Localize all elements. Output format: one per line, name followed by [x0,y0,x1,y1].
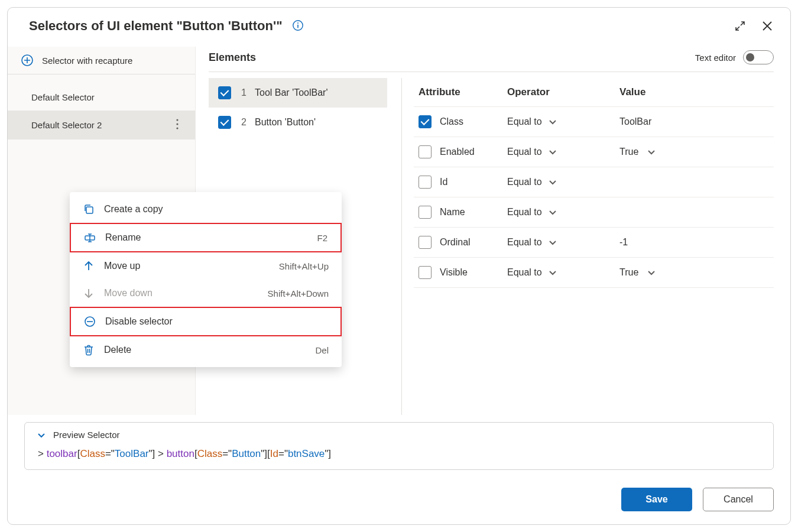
selector-item[interactable]: Default Selector 2 [8,111,195,140]
menu-move-up[interactable]: Move up Shift+Alt+Up [70,252,342,280]
menu-shortcut: Del [315,345,329,355]
attribute-value: -1 [619,237,628,248]
attribute-checkbox[interactable] [419,236,432,249]
operator-value: Equal to [507,207,542,218]
add-selector-button[interactable]: Selector with recapture [8,47,195,74]
text-editor-toggle[interactable] [743,50,774,64]
operator-value: Equal to [507,147,542,157]
element-index: 1 [239,87,246,98]
element-label: Tool Bar 'ToolBar' [255,87,328,98]
svg-rect-7 [86,207,93,213]
operator-value: Equal to [507,177,542,187]
selector-item[interactable]: Default Selector [8,84,195,111]
menu-create-copy[interactable]: Create a copy [70,196,342,223]
menu-delete[interactable]: Delete Del [70,336,342,364]
info-icon[interactable] [292,20,304,33]
attribute-checkbox[interactable] [419,176,432,189]
col-attribute: Attribute [419,86,501,98]
svg-point-4 [176,119,178,121]
attribute-name: Id [440,177,447,187]
operator-value: Equal to [507,267,542,278]
operator-select[interactable]: Equal to [507,267,614,278]
attribute-name: Enabled [440,147,475,157]
dialog-footer: Save Cancel [8,477,790,524]
element-checkbox[interactable] [218,116,231,129]
attribute-row: VisibleEqual toTrue [414,258,774,288]
attribute-row: ClassEqual toToolBar [414,107,774,137]
selector-item-label: Default Selector 2 [31,120,102,130]
close-icon[interactable] [762,21,773,31]
attribute-value-cell[interactable]: -1 [619,237,769,248]
element-row[interactable]: 1 Tool Bar 'ToolBar' [209,78,387,108]
cancel-button[interactable]: Cancel [703,488,774,511]
attribute-value-cell[interactable]: True [619,267,769,278]
selector-builder-dialog: Selectors of UI element "Button 'Button'… [7,7,791,525]
attribute-value: True [619,147,638,157]
menu-label: Delete [104,345,306,355]
svg-point-6 [176,127,178,129]
selector-item-label: Default Selector [31,92,95,102]
menu-label: Create a copy [104,204,329,215]
operator-select[interactable]: Equal to [507,177,614,187]
svg-point-5 [176,123,178,125]
selector-code: > toolbar[Class="ToolBar"] > button[Clas… [35,448,763,460]
menu-shortcut: F2 [317,233,327,243]
svg-point-1 [297,22,299,24]
operator-select[interactable]: Equal to [507,147,614,157]
svg-rect-2 [297,24,299,28]
elements-heading: Elements [209,51,256,64]
attribute-name: Class [440,116,463,127]
element-index: 2 [239,117,246,128]
attribute-table: Attribute Operator Value ClassEqual toTo… [401,78,774,415]
dialog-header: Selectors of UI element "Button 'Button'… [8,8,790,41]
selector-context-menu: Create a copy Rename F2 Move up Shift+Al… [70,192,342,367]
col-operator: Operator [507,86,614,98]
attribute-row: NameEqual to [414,197,774,228]
operator-select[interactable]: Equal to [507,116,614,127]
text-editor-label: Text editor [695,53,736,63]
operator-select[interactable]: Equal to [507,237,614,248]
attribute-checkbox[interactable] [419,115,432,128]
preview-label: Preview Selector [53,430,120,440]
operator-value: Equal to [507,116,542,127]
operator-value: Equal to [507,237,542,248]
menu-label: Disable selector [105,316,327,327]
menu-label: Move up [104,261,270,271]
preview-selector-panel: Preview Selector > toolbar[Class="ToolBa… [24,422,774,470]
attribute-value: True [619,267,638,278]
attribute-name: Visible [440,267,468,278]
attribute-row: EnabledEqual toTrue [414,137,774,167]
menu-disable-selector[interactable]: Disable selector [70,307,342,336]
element-row[interactable]: 2 Button 'Button' [209,108,387,137]
operator-select[interactable]: Equal to [507,207,614,218]
attribute-name: Ordinal [440,237,471,248]
attribute-row: OrdinalEqual to-1 [414,228,774,258]
expand-icon[interactable] [735,21,745,31]
menu-label: Rename [105,232,307,243]
preview-toggle[interactable]: Preview Selector [35,430,763,440]
attribute-value: ToolBar [619,116,651,127]
menu-move-down: Move down Shift+Alt+Down [70,280,342,307]
attribute-value-cell[interactable]: True [619,147,769,157]
attribute-name: Name [440,207,465,218]
element-checkbox[interactable] [218,86,231,99]
menu-shortcut: Shift+Alt+Down [268,288,329,299]
kebab-icon[interactable] [173,119,182,131]
add-selector-label: Selector with recapture [42,56,132,66]
attribute-checkbox[interactable] [419,266,432,279]
save-button[interactable]: Save [621,488,692,511]
element-label: Button 'Button' [255,117,316,128]
menu-label: Move down [104,288,258,299]
attribute-row: IdEqual to [414,167,774,197]
col-value: Value [619,86,769,98]
menu-rename[interactable]: Rename F2 [70,223,342,252]
attribute-checkbox[interactable] [419,206,432,219]
attribute-checkbox[interactable] [419,145,432,158]
attribute-value-cell[interactable]: ToolBar [619,116,769,127]
menu-shortcut: Shift+Alt+Up [279,261,329,271]
dialog-title: Selectors of UI element "Button 'Button'… [29,18,283,34]
